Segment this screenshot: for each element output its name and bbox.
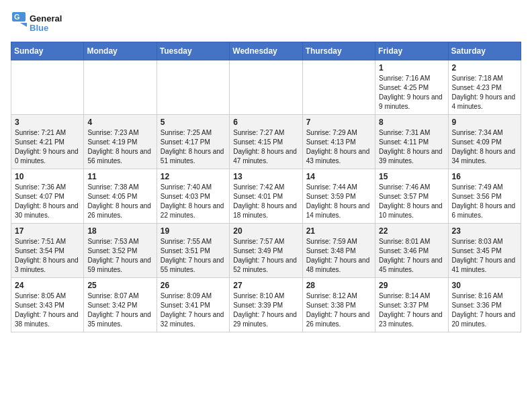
day-info: Sunrise: 8:07 AM Sunset: 3:42 PM Dayligh…: [87, 291, 152, 329]
day-cell: 3Sunrise: 7:21 AM Sunset: 4:21 PM Daylig…: [11, 115, 84, 169]
day-cell: 1Sunrise: 7:16 AM Sunset: 4:25 PM Daylig…: [375, 60, 448, 115]
day-info: Sunrise: 7:49 AM Sunset: 3:56 PM Dayligh…: [452, 183, 517, 220]
day-cell: 13Sunrise: 7:42 AM Sunset: 4:01 PM Dayli…: [230, 169, 302, 224]
day-number: 10: [15, 172, 80, 181]
day-info: Sunrise: 7:40 AM Sunset: 4:03 PM Dayligh…: [161, 183, 226, 220]
day-number: 22: [379, 226, 444, 236]
day-info: Sunrise: 8:01 AM Sunset: 3:46 PM Dayligh…: [379, 237, 444, 275]
day-number: 18: [87, 226, 152, 236]
day-number: 17: [15, 226, 80, 236]
col-header-thursday: Thursday: [302, 42, 375, 60]
day-cell: 11Sunrise: 7:38 AM Sunset: 4:05 PM Dayli…: [84, 169, 157, 224]
day-number: 28: [306, 281, 371, 290]
col-header-friday: Friday: [375, 42, 448, 60]
day-cell: 12Sunrise: 7:40 AM Sunset: 4:03 PM Dayli…: [157, 169, 229, 224]
day-cell: 23Sunrise: 8:03 AM Sunset: 3:45 PM Dayli…: [448, 224, 521, 278]
day-info: Sunrise: 8:10 AM Sunset: 3:39 PM Dayligh…: [233, 291, 298, 329]
day-number: 15: [379, 172, 444, 181]
day-cell: 16Sunrise: 7:49 AM Sunset: 3:56 PM Dayli…: [448, 169, 521, 224]
day-cell: 19Sunrise: 7:55 AM Sunset: 3:51 PM Dayli…: [157, 224, 229, 278]
day-number: 9: [452, 118, 517, 127]
day-cell: [302, 60, 375, 115]
day-info: Sunrise: 8:12 AM Sunset: 3:38 PM Dayligh…: [306, 291, 371, 329]
day-cell: 29Sunrise: 8:14 AM Sunset: 3:37 PM Dayli…: [375, 278, 448, 332]
day-number: 30: [452, 281, 517, 290]
day-info: Sunrise: 8:16 AM Sunset: 3:36 PM Dayligh…: [452, 291, 517, 329]
day-number: 24: [15, 281, 80, 290]
day-cell: 14Sunrise: 7:44 AM Sunset: 3:59 PM Dayli…: [302, 169, 375, 224]
page-header: General Blue G: [11, 11, 521, 35]
week-row-1: 1Sunrise: 7:16 AM Sunset: 4:25 PM Daylig…: [11, 60, 521, 115]
day-number: 8: [379, 118, 444, 127]
day-info: Sunrise: 7:23 AM Sunset: 4:19 PM Dayligh…: [87, 128, 152, 166]
day-cell: [230, 60, 302, 115]
day-cell: [11, 60, 84, 115]
day-cell: 10Sunrise: 7:36 AM Sunset: 4:07 PM Dayli…: [11, 169, 84, 224]
day-cell: 25Sunrise: 8:07 AM Sunset: 3:42 PM Dayli…: [84, 278, 157, 332]
day-cell: 15Sunrise: 7:46 AM Sunset: 3:57 PM Dayli…: [375, 169, 448, 224]
day-info: Sunrise: 7:25 AM Sunset: 4:17 PM Dayligh…: [161, 128, 226, 166]
day-cell: 4Sunrise: 7:23 AM Sunset: 4:19 PM Daylig…: [84, 115, 157, 169]
day-cell: 9Sunrise: 7:34 AM Sunset: 4:09 PM Daylig…: [448, 115, 521, 169]
week-row-3: 10Sunrise: 7:36 AM Sunset: 4:07 PM Dayli…: [11, 169, 521, 224]
day-number: 6: [233, 118, 298, 127]
day-info: Sunrise: 8:09 AM Sunset: 3:41 PM Dayligh…: [161, 291, 226, 329]
day-cell: 2Sunrise: 7:18 AM Sunset: 4:23 PM Daylig…: [448, 60, 521, 115]
day-info: Sunrise: 7:51 AM Sunset: 3:54 PM Dayligh…: [15, 237, 80, 275]
day-info: Sunrise: 7:42 AM Sunset: 4:01 PM Dayligh…: [233, 183, 298, 220]
day-number: 3: [15, 118, 80, 127]
day-cell: 21Sunrise: 7:59 AM Sunset: 3:48 PM Dayli…: [302, 224, 375, 278]
day-number: 12: [161, 172, 226, 181]
day-info: Sunrise: 7:38 AM Sunset: 4:05 PM Dayligh…: [87, 183, 152, 220]
day-cell: 17Sunrise: 7:51 AM Sunset: 3:54 PM Dayli…: [11, 224, 84, 278]
day-info: Sunrise: 7:34 AM Sunset: 4:09 PM Dayligh…: [452, 128, 517, 166]
day-cell: 18Sunrise: 7:53 AM Sunset: 3:52 PM Dayli…: [84, 224, 157, 278]
day-info: Sunrise: 7:31 AM Sunset: 4:11 PM Dayligh…: [379, 128, 444, 166]
day-info: Sunrise: 8:03 AM Sunset: 3:45 PM Dayligh…: [452, 237, 517, 275]
header-row: SundayMondayTuesdayWednesdayThursdayFrid…: [11, 42, 521, 60]
day-number: 14: [306, 172, 371, 181]
day-cell: 7Sunrise: 7:29 AM Sunset: 4:13 PM Daylig…: [302, 115, 375, 169]
day-info: Sunrise: 7:27 AM Sunset: 4:15 PM Dayligh…: [233, 128, 298, 166]
day-number: 29: [379, 281, 444, 290]
col-header-sunday: Sunday: [11, 42, 84, 60]
day-cell: 26Sunrise: 8:09 AM Sunset: 3:41 PM Dayli…: [157, 278, 229, 332]
day-cell: 20Sunrise: 7:57 AM Sunset: 3:49 PM Dayli…: [230, 224, 302, 278]
day-cell: 6Sunrise: 7:27 AM Sunset: 4:15 PM Daylig…: [230, 115, 302, 169]
day-number: 20: [233, 226, 298, 236]
day-number: 23: [452, 226, 517, 236]
col-header-wednesday: Wednesday: [230, 42, 302, 60]
col-header-saturday: Saturday: [448, 42, 521, 60]
day-number: 5: [161, 118, 226, 127]
day-info: Sunrise: 7:57 AM Sunset: 3:49 PM Dayligh…: [233, 237, 298, 275]
day-info: Sunrise: 7:44 AM Sunset: 3:59 PM Dayligh…: [306, 183, 371, 220]
day-number: 26: [161, 281, 226, 290]
svg-marker-4: [20, 23, 27, 27]
day-info: Sunrise: 8:14 AM Sunset: 3:37 PM Dayligh…: [379, 291, 444, 329]
day-number: 19: [161, 226, 226, 236]
day-number: 4: [87, 118, 152, 127]
day-number: 1: [379, 63, 444, 73]
day-number: 21: [306, 226, 371, 236]
svg-text:G: G: [14, 13, 20, 21]
day-info: Sunrise: 7:21 AM Sunset: 4:21 PM Dayligh…: [15, 128, 80, 166]
day-number: 7: [306, 118, 371, 127]
day-cell: 24Sunrise: 8:05 AM Sunset: 3:43 PM Dayli…: [11, 278, 84, 332]
week-row-2: 3Sunrise: 7:21 AM Sunset: 4:21 PM Daylig…: [11, 115, 521, 169]
day-cell: [157, 60, 229, 115]
day-cell: 8Sunrise: 7:31 AM Sunset: 4:11 PM Daylig…: [375, 115, 448, 169]
day-cell: 5Sunrise: 7:25 AM Sunset: 4:17 PM Daylig…: [157, 115, 229, 169]
col-header-monday: Monday: [84, 42, 157, 60]
svg-text:General: General: [30, 13, 62, 24]
day-cell: 22Sunrise: 8:01 AM Sunset: 3:46 PM Dayli…: [375, 224, 448, 278]
day-info: Sunrise: 7:16 AM Sunset: 4:25 PM Dayligh…: [379, 74, 444, 111]
day-cell: 28Sunrise: 8:12 AM Sunset: 3:38 PM Dayli…: [302, 278, 375, 332]
logo: General Blue G: [11, 11, 71, 35]
day-number: 13: [233, 172, 298, 181]
day-info: Sunrise: 7:55 AM Sunset: 3:51 PM Dayligh…: [161, 237, 226, 275]
day-info: Sunrise: 7:53 AM Sunset: 3:52 PM Dayligh…: [87, 237, 152, 275]
day-info: Sunrise: 7:29 AM Sunset: 4:13 PM Dayligh…: [306, 128, 371, 166]
day-info: Sunrise: 7:59 AM Sunset: 3:48 PM Dayligh…: [306, 237, 371, 275]
logo-svg: General Blue G: [11, 11, 71, 35]
day-cell: [84, 60, 157, 115]
